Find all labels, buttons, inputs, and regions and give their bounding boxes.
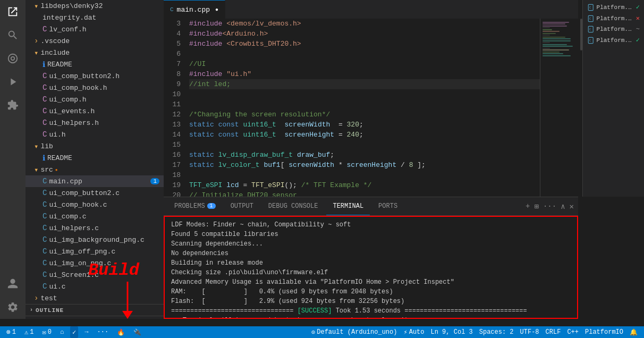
status-check[interactable]: ✓ xyxy=(70,326,78,338)
folder-expanded-icon: ▾ xyxy=(34,142,38,151)
tab-terminal[interactable]: TERMINAL xyxy=(326,197,370,215)
lang-text: C++ xyxy=(567,328,579,336)
status-errors[interactable]: ⊗ 1 xyxy=(4,326,18,338)
code-line-4: #include<Arduino.h> xyxy=(189,29,578,39)
tab-problems[interactable]: PROBLEMS 1 xyxy=(168,197,222,215)
sidebar-section-outline[interactable]: › OUTLINE xyxy=(26,304,164,316)
sidebar-item-src[interactable]: ▾ src ● xyxy=(26,164,164,175)
activity-run-debug-icon[interactable] xyxy=(5,74,20,89)
sidebar-item-ui-helpers-c[interactable]: C ui_helpers.c xyxy=(26,222,164,234)
sidebar-item-ui-img-off-c[interactable]: C ui_img_off_png.c xyxy=(26,246,164,257)
split-terminal-icon[interactable]: ⊞ xyxy=(534,202,538,211)
chevron-icon: › xyxy=(30,307,33,313)
rp-item-platform3[interactable]: C Platform... ~ xyxy=(585,24,642,34)
sidebar-item-readme-include[interactable]: ℹ README xyxy=(26,58,164,70)
status-ln-col[interactable]: Ln 9, Col 3 xyxy=(429,328,475,336)
status-encoding[interactable]: UTF-8 xyxy=(518,328,541,336)
file-icon: C xyxy=(43,95,47,104)
sidebar-item-label: ui.h xyxy=(49,131,65,139)
activity-settings-icon[interactable] xyxy=(5,300,20,315)
sidebar-item-lib[interactable]: ▾ lib xyxy=(26,140,164,152)
status-ellipsis[interactable]: ··· xyxy=(95,326,111,338)
terminal-line-3: No dependencies xyxy=(171,249,571,258)
sidebar-item-ui-comp-c[interactable]: C ui_comp.c xyxy=(26,210,164,222)
sidebar-item-ui-comp-button2-c[interactable]: C ui_comp_button2.c xyxy=(26,187,164,199)
sidebar-item-ui-helpers-h[interactable]: C ui_helpers.h xyxy=(26,117,164,129)
sidebar-item-ui-comp-h[interactable]: C ui_comp.h xyxy=(26,94,164,105)
activity-explorer-icon[interactable] xyxy=(5,4,20,19)
status-arrow[interactable]: → xyxy=(82,326,90,338)
spaces-text: Spaces: 2 xyxy=(479,328,514,336)
activity-search-icon[interactable] xyxy=(5,28,20,43)
status-auto[interactable]: ⚡ Auto xyxy=(401,328,426,336)
sidebar-item-label: ui.c xyxy=(49,283,65,291)
right-panel: C Platform... ✓ C Platform... ✕ C Platfo… xyxy=(582,0,644,197)
file-icon: C xyxy=(43,119,47,127)
status-board[interactable]: ⊙ Default (Arduino_uno) xyxy=(309,328,399,336)
sidebar-item-libdeps[interactable]: ▾ libdeps\denky32 xyxy=(26,0,164,12)
sidebar-item-ui-comp-hook-c[interactable]: C ui_comp_hook.c xyxy=(26,199,164,210)
code-line-9: //int led; xyxy=(189,79,578,89)
file-icon: C xyxy=(587,4,595,11)
activity-extensions-icon[interactable] xyxy=(5,98,20,113)
rp-item-platform4[interactable]: C Platform... ✓ xyxy=(585,35,642,45)
error-icon: ⊗ xyxy=(6,328,11,336)
tab-ports[interactable]: PORTS xyxy=(372,197,404,215)
rp-item-platform2[interactable]: C Platform... ✕ xyxy=(585,13,642,23)
file-icon: C xyxy=(43,235,47,244)
sidebar-item-ui-c[interactable]: C ui.c xyxy=(26,281,164,292)
sidebar-item-ui-img-on-c[interactable]: C ui_img_on_png.c xyxy=(26,257,164,269)
activity-account-icon[interactable] xyxy=(5,276,20,291)
status-home[interactable]: ⌂ xyxy=(58,326,66,338)
status-platformio[interactable]: PlatformIO xyxy=(583,328,625,336)
tab-output[interactable]: OUTPUT xyxy=(224,197,260,215)
status-lang[interactable]: C++ xyxy=(565,328,581,336)
status-spaces[interactable]: Spaces: 2 xyxy=(477,328,516,336)
file-badge: 1 xyxy=(150,178,159,184)
activity-source-control-icon[interactable] xyxy=(5,51,20,66)
tab-label: TERMINAL xyxy=(333,202,363,210)
tab-main-cpp[interactable]: C main.cpp ● xyxy=(164,0,225,19)
status-eol[interactable]: CRLF xyxy=(544,328,563,336)
sidebar-item-readme-lib[interactable]: ℹ README xyxy=(26,152,164,164)
sidebar-item-vscode[interactable]: › .vscode xyxy=(26,35,164,47)
warning-count: 1 xyxy=(30,328,33,336)
sidebar-item-ui-comp-button2-h[interactable]: C ui_comp_button2.h xyxy=(26,70,164,82)
minimap xyxy=(540,19,582,197)
lightning-icon: ⚡ xyxy=(403,328,407,336)
chevron-up-icon[interactable]: ∧ xyxy=(561,202,565,211)
sidebar-item-ui-h[interactable]: C ui.h xyxy=(26,129,164,140)
sidebar-item-ui-img-background-c[interactable]: C ui_img_background_png.c xyxy=(26,234,164,246)
sidebar-item-ui-screen1-c[interactable]: C ui_Screen1.c xyxy=(26,269,164,281)
add-terminal-icon[interactable]: + xyxy=(526,202,530,210)
folder-expanded-icon: ▾ xyxy=(34,2,38,11)
terminal-line-4: Building in release mode xyxy=(171,258,571,268)
tab-label: OUTPUT xyxy=(231,202,253,210)
file-icon: C xyxy=(43,247,47,256)
modified-dot: ● xyxy=(55,167,58,172)
tab-debug-console[interactable]: DEBUG CONSOLE xyxy=(262,197,325,215)
sidebar-item-ui-events-h[interactable]: C ui_events.h xyxy=(26,105,164,117)
terminal-line-10: ▶ Terminal will be reused by tasks, pres… xyxy=(171,316,571,319)
code-lines[interactable]: #include <demos/lv_demos.h> #include<Ard… xyxy=(185,19,578,197)
sidebar-item-main-cpp[interactable]: C main.cpp 1 xyxy=(26,175,164,187)
sidebar-section-timeline[interactable]: › TIMELINE xyxy=(26,316,164,319)
rp-item-platform1[interactable]: C Platform... ✓ xyxy=(585,2,642,12)
panel-actions: + ⊞ ··· ∧ ✕ xyxy=(526,202,574,211)
status-fire[interactable]: 🔥 xyxy=(115,326,127,338)
sidebar-item-include[interactable]: ▾ include xyxy=(26,47,164,58)
sidebar-item-lv-conf[interactable]: C lv_conf.h xyxy=(26,23,164,35)
sidebar-item-integrity[interactable]: integrity.dat xyxy=(26,12,164,23)
status-plug[interactable]: 🔌 xyxy=(131,326,143,338)
close-panel-icon[interactable]: ✕ xyxy=(570,202,574,211)
status-bar: ⊗ 1 ⚠ 1 ✉ 0 ⌂ ✓ → ··· 🔥 🔌 ⊙ Default (Ard… xyxy=(0,326,644,338)
tab-label: PROBLEMS xyxy=(174,202,205,210)
sidebar-item-test[interactable]: › test xyxy=(26,292,164,304)
ellipsis-icon[interactable]: ··· xyxy=(543,202,556,210)
status-messages[interactable]: ✉ 0 xyxy=(40,326,53,338)
terminal-body[interactable]: LDF Modes: Finder ~ chain, Compatibility… xyxy=(164,216,578,319)
sidebar-item-label: main.cpp xyxy=(49,178,82,185)
status-warnings[interactable]: ⚠ 1 xyxy=(22,326,36,338)
status-bell[interactable]: 🔔 xyxy=(628,328,640,336)
sidebar-item-ui-comp-hook-h[interactable]: C ui_comp_hook.h xyxy=(26,82,164,94)
